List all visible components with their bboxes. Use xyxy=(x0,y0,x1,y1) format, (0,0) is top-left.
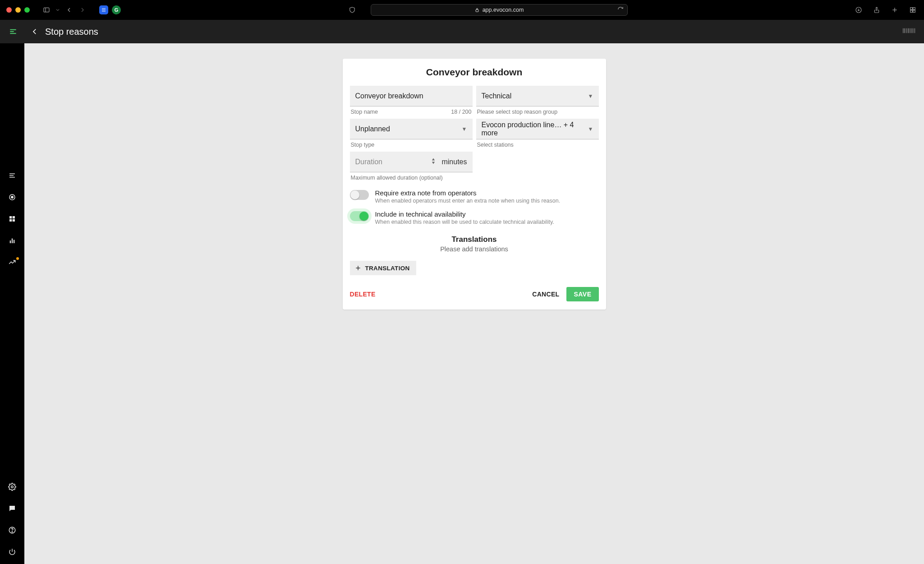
svg-rect-37 xyxy=(14,240,14,244)
toggle-tech-avail-sub: When enabled this reason will be used to… xyxy=(375,219,554,225)
svg-rect-32 xyxy=(13,216,15,218)
svg-rect-36 xyxy=(12,239,13,244)
nav-forward-icon xyxy=(78,5,87,15)
reload-icon[interactable] xyxy=(617,6,624,14)
sidebar-item-chat-icon[interactable] xyxy=(6,503,18,514)
stop-type-hint: Stop type xyxy=(351,142,375,148)
barcode-icon[interactable] xyxy=(902,28,916,36)
svg-point-40 xyxy=(12,532,13,532)
stop-name-text[interactable] xyxy=(355,92,467,100)
stop-name-input[interactable] xyxy=(350,86,473,106)
add-translation-label: TRANSLATION xyxy=(365,265,410,272)
translations-title: Translations xyxy=(350,235,599,244)
stepper-icon[interactable] xyxy=(432,158,435,166)
stations-hint: Select stations xyxy=(477,142,514,148)
svg-marker-42 xyxy=(432,162,435,164)
window-fullscreen-icon[interactable] xyxy=(24,7,30,13)
nav-back-icon[interactable] xyxy=(64,5,74,15)
duration-hint: Maximum allowed duration (optional) xyxy=(351,175,443,181)
window-traffic-lights[interactable] xyxy=(6,7,30,13)
app-header: Stop reasons xyxy=(0,20,924,43)
duration-unit: minutes xyxy=(441,158,467,166)
delete-button[interactable]: DELETE xyxy=(350,291,376,298)
chevron-down-icon: ▼ xyxy=(462,126,467,132)
app-sidebar xyxy=(0,43,24,564)
stations-value: Evocon production line… + 4 more xyxy=(482,121,588,137)
page-title: Stop reasons xyxy=(45,27,98,37)
sidebar-item-record-icon[interactable] xyxy=(6,191,18,203)
svg-rect-7 xyxy=(910,8,913,10)
new-tab-icon[interactable] xyxy=(890,5,900,15)
address-bar[interactable]: app.evocon.com xyxy=(371,4,628,16)
share-icon[interactable] xyxy=(872,5,882,15)
toggle-tech-avail[interactable] xyxy=(350,211,369,221)
svg-rect-10 xyxy=(913,10,915,13)
sidebar-item-power-icon[interactable] xyxy=(6,546,18,558)
stop-name-hint: Stop name xyxy=(351,109,378,115)
stop-reason-card: Conveyor breakdown Stop name 18 / 200 Te… xyxy=(343,59,606,310)
toggle-tech-avail-label: Include in technical availability xyxy=(375,210,554,218)
toggle-extra-note-sub: When enabled operators must enter an ext… xyxy=(375,198,561,204)
sidebar-item-dashboard-icon[interactable] xyxy=(6,213,18,225)
lock-icon xyxy=(474,7,480,13)
sidebar-item-trend-icon[interactable] xyxy=(6,256,18,268)
card-title: Conveyor breakdown xyxy=(350,67,599,78)
translations-sub: Please add translations xyxy=(350,245,599,253)
svg-rect-8 xyxy=(913,8,915,10)
chevron-down-icon: ▼ xyxy=(588,126,593,132)
plus-icon xyxy=(354,264,362,272)
tab-grid-icon[interactable] xyxy=(908,5,918,15)
svg-marker-41 xyxy=(432,158,435,161)
chevron-down-icon[interactable] xyxy=(55,5,60,15)
extension-icon[interactable] xyxy=(99,5,108,14)
svg-rect-31 xyxy=(9,216,12,218)
cancel-button[interactable]: CANCEL xyxy=(532,291,559,298)
duration-input[interactable]: Duration minutes xyxy=(350,152,473,172)
url-text: app.evocon.com xyxy=(483,7,524,13)
sidebar-item-help-icon[interactable] xyxy=(6,524,18,536)
content-area: Conveyor breakdown Stop name 18 / 200 Te… xyxy=(24,43,924,564)
stop-name-counter: 18 / 200 xyxy=(451,109,471,115)
chevron-down-icon: ▼ xyxy=(588,93,593,99)
window-close-icon[interactable] xyxy=(6,7,12,13)
svg-rect-33 xyxy=(9,219,12,222)
grammarly-icon[interactable]: G xyxy=(112,5,121,14)
sidebar-toggle-icon[interactable] xyxy=(41,5,51,15)
stop-type-value: Unplanned xyxy=(355,125,390,133)
svg-point-30 xyxy=(11,196,14,199)
shield-icon[interactable] xyxy=(347,5,357,15)
stop-type-select[interactable]: Unplanned ▼ xyxy=(350,119,473,139)
browser-chrome: G app.evocon.com xyxy=(0,0,924,20)
toggle-extra-note[interactable] xyxy=(350,190,369,200)
save-button[interactable]: SAVE xyxy=(566,287,598,301)
brand-menu-icon[interactable] xyxy=(8,27,18,37)
sidebar-item-settings-icon[interactable] xyxy=(6,481,18,493)
duration-placeholder: Duration xyxy=(355,158,382,166)
svg-rect-0 xyxy=(44,8,49,12)
sidebar-item-chart-icon[interactable] xyxy=(6,235,18,246)
group-hint: Please select stop reason group xyxy=(477,109,558,115)
add-translation-button[interactable]: TRANSLATION xyxy=(350,261,416,275)
back-button[interactable] xyxy=(29,26,41,37)
svg-rect-2 xyxy=(476,10,478,12)
group-value: Technical xyxy=(482,92,512,100)
stations-select[interactable]: Evocon production line… + 4 more ▼ xyxy=(476,119,599,139)
svg-rect-35 xyxy=(10,240,11,243)
svg-point-38 xyxy=(11,486,14,488)
window-minimize-icon[interactable] xyxy=(15,7,21,13)
downloads-icon[interactable] xyxy=(854,5,864,15)
svg-rect-34 xyxy=(13,219,15,222)
group-select[interactable]: Technical ▼ xyxy=(476,86,599,106)
toggle-extra-note-label: Require extra note from operators xyxy=(375,189,561,197)
sidebar-item-list-icon[interactable] xyxy=(6,170,18,181)
svg-rect-9 xyxy=(910,10,913,13)
